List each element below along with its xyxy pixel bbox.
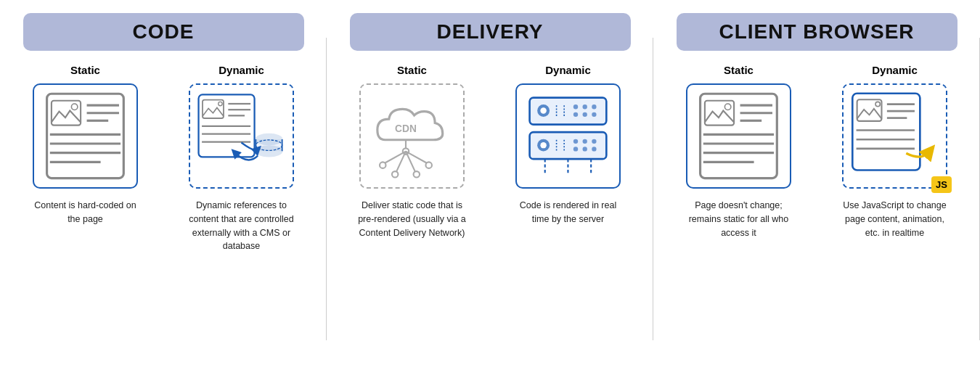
svg-point-12 [219,102,222,105]
col-code-dynamic: Dynamic [166,64,316,363]
section-client-cols: Static Page doesn't change; remains stat… [661,64,973,363]
js-badge: JS [931,176,952,193]
svg-point-55 [573,147,578,151]
col-delivery-static-desc: Deliver static code that is pre-rendered… [357,199,466,239]
section-code-header: CODE [23,13,304,51]
svg-point-73 [875,102,880,106]
svg-point-46 [592,112,596,117]
col-delivery-dynamic: Dynamic [493,64,642,363]
server-rack-icon [522,90,614,182]
col-client-dynamic: Dynamic [820,64,969,363]
section-delivery-cols: Static CDN [334,64,646,363]
svg-point-45 [583,112,587,117]
document-plain-icon [39,90,131,182]
document-with-db-icon [195,90,287,182]
svg-point-56 [583,147,587,151]
svg-rect-72 [857,99,882,121]
svg-point-42 [583,104,587,109]
svg-point-30 [392,171,398,177]
col-client-static-icon [686,83,791,189]
col-code-static-desc: Content is hard-coded on the page [30,199,139,226]
section-delivery-header: DELIVERY [350,13,631,51]
col-delivery-static-icon: CDN [359,83,465,189]
col-delivery-dynamic-desc: Code is rendered in real time by the ser… [513,199,622,226]
document-with-js-icon [849,90,941,182]
svg-point-49 [540,142,546,148]
svg-rect-11 [203,100,224,118]
svg-point-34 [414,171,420,177]
svg-point-21 [256,134,282,145]
col-code-dynamic-desc: Dynamic references to content that are c… [187,199,295,253]
section-client: CLIENT BROWSER Static [653,0,980,378]
col-client-dynamic-icon: JS [842,83,947,189]
svg-point-43 [592,104,596,109]
svg-rect-61 [701,94,777,178]
col-client-dynamic-title: Dynamic [872,64,918,76]
svg-text:CDN: CDN [395,123,417,134]
col-client-dynamic-desc: Use JavaScript to change page content, a… [840,199,949,239]
section-delivery: DELIVERY Static CDN [327,0,653,378]
col-code-dynamic-title: Dynamic [219,64,264,76]
col-client-static-desc: Page doesn't change; remains static for … [684,199,793,239]
svg-point-2 [71,104,77,110]
svg-point-41 [573,104,578,109]
col-client-static: Static Page doesn't change; remains stat… [663,64,813,363]
col-code-static-icon [33,83,138,189]
col-delivery-static-title: Static [397,64,427,76]
col-code-static: Static [10,64,160,363]
col-delivery-dynamic-icon [515,83,621,189]
svg-point-28 [380,162,385,168]
section-client-header: CLIENT BROWSER [677,13,957,51]
svg-point-53 [583,139,587,144]
section-code: CODE Static [0,0,327,378]
svg-point-57 [592,147,596,151]
cdn-cloud-icon: CDN [366,90,458,182]
svg-point-44 [573,112,578,117]
svg-point-38 [540,107,546,113]
col-code-dynamic-icon [189,83,294,189]
col-delivery-static: Static CDN [337,64,486,363]
svg-point-52 [573,139,578,144]
svg-point-32 [426,162,432,168]
document-plain-icon-2 [693,90,785,182]
section-code-cols: Static [7,64,319,363]
svg-point-54 [592,139,596,144]
col-code-static-title: Static [70,64,100,76]
col-client-static-title: Static [724,64,754,76]
svg-rect-0 [47,94,124,178]
col-delivery-dynamic-title: Dynamic [545,64,591,76]
svg-point-63 [724,104,730,110]
